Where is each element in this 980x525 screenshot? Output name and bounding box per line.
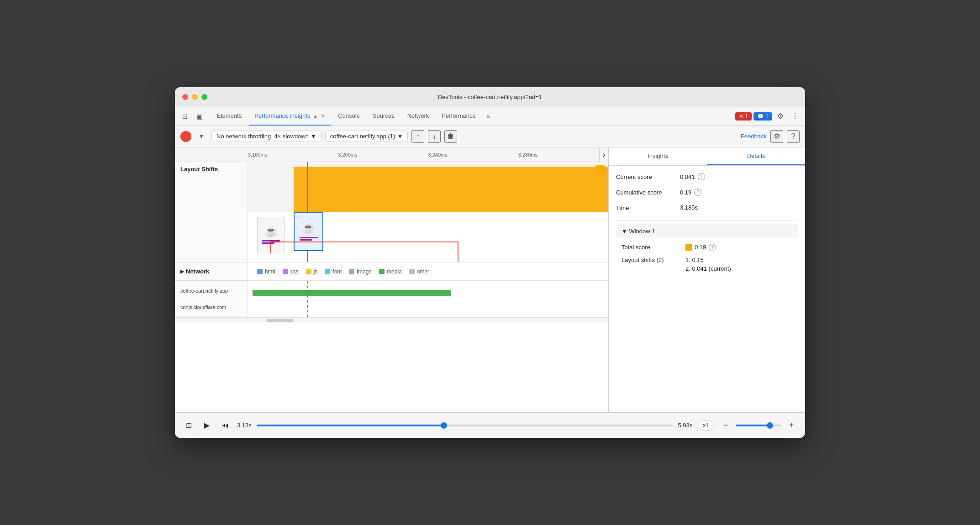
collapse-toggle[interactable]: › xyxy=(599,147,608,162)
traffic-lights xyxy=(182,94,207,100)
orange-indicator xyxy=(595,165,605,174)
main-content: 3,160ms 3,200ms 3,240ms 3,280ms › Layout… xyxy=(175,147,805,412)
devtools-window: DevTools - coffee-cart.netlify.app/?ad=1… xyxy=(175,87,805,438)
feedback-link[interactable]: Feedback xyxy=(741,133,767,140)
window-title: DevTools - coffee-cart.netlify.app/?ad=1 xyxy=(438,94,542,100)
time-mark-3: 3,240ms xyxy=(428,152,518,158)
timeline-rows: Layout Shifts xyxy=(175,162,608,412)
insights-panel: Insights Details Current score 0.041 ? xyxy=(609,147,805,412)
window-header[interactable]: ▼ Window 1 xyxy=(616,224,798,238)
tab-sources[interactable]: Sources xyxy=(367,107,400,126)
help-icon[interactable]: ? xyxy=(787,130,800,143)
divider xyxy=(616,220,798,220)
more-options-icon[interactable]: ⋮ xyxy=(789,110,801,123)
thumbnail-before: ☕ xyxy=(257,217,285,253)
bottom-bar: ⊡ ▶ ⏮ 3.13s 5.93s x1 − + xyxy=(175,412,805,438)
dropdown-arrow-icon[interactable]: ▼ xyxy=(195,130,208,143)
url-chevron-icon: ▼ xyxy=(397,133,403,140)
url-select[interactable]: coffee-cart.netlify.app (1) ▼ xyxy=(325,131,408,142)
tab-icon-group: ⊡ ▣ xyxy=(179,110,206,123)
legend-other: other xyxy=(409,268,429,275)
tab-network[interactable]: Network xyxy=(402,107,435,126)
network-throttle-select[interactable]: No network throttling, 4× slowdown ▼ xyxy=(211,131,321,142)
settings-gear-icon[interactable]: ⚙ xyxy=(770,130,783,143)
media-dot xyxy=(379,269,385,274)
first-frame-button[interactable]: ⏮ xyxy=(219,419,232,432)
speed-button[interactable]: x1 xyxy=(698,420,714,430)
zoom-fill xyxy=(736,425,770,426)
toolbar: ▼ No network throttling, 4× slowdown ▼ c… xyxy=(175,126,805,147)
legend-font: font xyxy=(325,268,342,275)
network-bars-row: coffee-cart.netlify.app cdnjs.cloudflare… xyxy=(175,281,608,317)
time-mark-4: 3,280ms xyxy=(518,152,608,158)
time-mark-1: 3,160ms xyxy=(248,152,338,158)
total-score-help-icon[interactable]: ? xyxy=(709,244,716,251)
tab-console[interactable]: Console xyxy=(332,107,365,126)
legend-media: media xyxy=(379,268,402,275)
error-badge[interactable]: ✕ 1 xyxy=(735,112,752,121)
info-badge[interactable]: 💬 1 xyxy=(753,112,772,121)
insights-tabs: Insights Details xyxy=(609,147,805,166)
score-square-icon xyxy=(685,244,692,251)
shift-item-2: 2. 0.041 (current) xyxy=(685,265,731,272)
legend-js: js xyxy=(306,268,318,275)
orange-bar xyxy=(294,167,608,212)
tab-insights[interactable]: Insights xyxy=(609,147,707,165)
layout-shifts-label: Layout Shifts xyxy=(175,162,248,262)
js-dot xyxy=(306,269,311,274)
html-dot xyxy=(257,269,263,274)
slider-thumb[interactable] xyxy=(441,422,447,429)
vertical-dashed-line xyxy=(307,281,308,317)
play-button[interactable]: ▶ xyxy=(200,419,213,432)
zoom-out-icon[interactable]: − xyxy=(719,419,732,432)
window-section: ▼ Window 1 Total score 0.19 ? xyxy=(616,224,798,285)
inspect-icon[interactable]: ⊡ xyxy=(179,110,191,123)
network-bars-content xyxy=(248,281,608,317)
zoom-slider[interactable] xyxy=(736,425,781,426)
playback-slider-container xyxy=(257,425,673,426)
tabbar: ⊡ ▣ Elements Performance insights ▲ ✕ Co… xyxy=(175,107,805,126)
legend-area: html css js xyxy=(248,262,608,280)
css-dot xyxy=(283,269,288,274)
cumulative-score-value: 0.19 ? xyxy=(680,189,701,196)
zoom-thumb[interactable] xyxy=(767,422,773,429)
metric-time: Time 3.185s xyxy=(616,204,798,212)
slider-fill xyxy=(257,425,444,426)
tab-performance-insights[interactable]: Performance insights ▲ ✕ xyxy=(249,107,331,126)
layout-shifts-values: 1. 0.15 2. 0.041 (current) xyxy=(685,257,731,274)
chevron-down-icon: ▼ xyxy=(311,133,316,140)
tab-details[interactable]: Details xyxy=(707,147,805,165)
metric-cumulative-score: Cumulative score 0.19 ? xyxy=(616,189,798,197)
record-button[interactable] xyxy=(180,131,191,142)
maximize-button[interactable] xyxy=(201,94,207,100)
font-dot xyxy=(325,269,330,274)
tab-elements[interactable]: Elements xyxy=(211,107,247,126)
tab-actions: ✕ 1 💬 1 ⚙ ⋮ xyxy=(735,110,801,123)
horizontal-scroll[interactable] xyxy=(175,317,608,323)
network-header-row: ▶ Network html css xyxy=(175,262,608,281)
layout-shifts-area: ☕ ☕ xyxy=(248,162,608,262)
cumulative-score-help-icon[interactable]: ? xyxy=(694,189,701,196)
legend-image: image xyxy=(349,268,372,275)
time-marks: 3,160ms 3,200ms 3,240ms 3,280ms xyxy=(248,152,608,158)
device-icon[interactable]: ▣ xyxy=(193,110,206,123)
screenshot-icon[interactable]: ⊡ xyxy=(182,419,195,432)
window-total-score: Total score 0.19 ? xyxy=(622,244,792,251)
current-score-help-icon[interactable]: ? xyxy=(698,173,705,180)
window-content: Total score 0.19 ? Layout shifts (2) xyxy=(616,238,798,285)
zoom-in-icon[interactable]: + xyxy=(785,419,798,432)
settings-icon[interactable]: ⚙ xyxy=(774,110,787,123)
tab-close-icon[interactable]: ✕ xyxy=(321,113,325,119)
upload-icon[interactable]: ↑ xyxy=(411,130,424,143)
shift-list: 1. 0.15 2. 0.041 (current) xyxy=(685,257,731,274)
more-tabs-button[interactable]: » xyxy=(483,113,494,120)
download-icon[interactable]: ↓ xyxy=(428,130,441,143)
playback-slider[interactable] xyxy=(257,425,673,426)
close-button[interactable] xyxy=(182,94,188,100)
minimize-button[interactable] xyxy=(192,94,198,100)
layout-shifts-content[interactable]: ☕ ☕ xyxy=(248,162,608,262)
delete-icon[interactable]: 🗑 xyxy=(444,130,457,143)
layout-shifts-row: Layout Shifts xyxy=(175,162,608,262)
tab-performance[interactable]: Performance xyxy=(436,107,481,126)
time-ruler: 3,160ms 3,200ms 3,240ms 3,280ms › xyxy=(175,147,608,162)
